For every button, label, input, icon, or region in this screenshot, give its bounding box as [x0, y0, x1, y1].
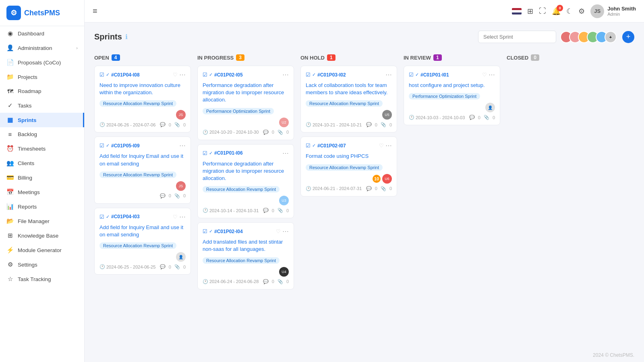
column-closed: CLOSED 0 — [507, 51, 603, 294]
language-flag[interactable] — [512, 8, 522, 14]
add-sprint-button[interactable]: + — [622, 31, 634, 43]
nav-label-reports: Reports — [18, 204, 37, 210]
card-more-button[interactable]: ⋯ — [489, 71, 495, 79]
favorite-icon[interactable]: ♡ — [276, 228, 281, 234]
sidebar-item-backlog[interactable]: ≡ Backlog — [0, 127, 84, 141]
favorite-icon[interactable]: ♡ — [173, 214, 178, 220]
card-tag[interactable]: Performance Optimization Sprint — [409, 93, 480, 99]
sprint-select[interactable] — [478, 31, 556, 43]
card-more-button[interactable]: ⋯ — [282, 71, 289, 79]
attachment-count: 0 — [286, 279, 289, 284]
card-C01P04-I08[interactable]: ☑ ✓ #C01P04-I08 ♡ ⋯ Need to improve inno… — [94, 66, 191, 132]
col-badge-open: 4 — [112, 54, 120, 61]
notification-badge: 0 — [557, 5, 563, 11]
nav-label-backlog: Backlog — [18, 131, 37, 137]
user-menu[interactable]: JS John Smith Admin — [590, 4, 636, 18]
sidebar-item-projects[interactable]: 📁 Projects — [0, 70, 84, 84]
hamburger-button[interactable]: ≡ — [93, 6, 97, 16]
column-onhold: ON HOLD 1 ☑ ✓ #C01P03-I02 ⋯ Lack of coll… — [300, 51, 397, 294]
nav-icon-administration: 👤 — [6, 44, 14, 52]
comment-icon: 💬 — [263, 208, 269, 213]
sidebar-item-dashboard[interactable]: ◉ Dashboard — [0, 26, 84, 41]
card-tag[interactable]: Resource Allocation Revamp Sprint — [203, 257, 280, 264]
card-C01P02-I07[interactable]: ☑ ✓ #C01P02-I07 ♡ ⋯ Format code using PH… — [300, 137, 397, 196]
sidebar-item-administration[interactable]: 👤 Administration › — [0, 41, 84, 55]
card-date: 🕐2024-10-20 - 2024-10-30 — [203, 130, 259, 135]
logo[interactable]: ⚙ ChetsPMS — [0, 0, 84, 26]
attachment-count: 0 — [286, 208, 289, 213]
sidebar-item-billing[interactable]: 💳 Billing — [0, 170, 84, 185]
sidebar-item-timesheets[interactable]: ⏰ Timesheets — [0, 141, 84, 156]
card-checkbox[interactable]: ☑ — [99, 143, 104, 149]
comment-icon: 💬 — [160, 122, 166, 127]
card-id: #C01P01-I06 — [214, 150, 281, 156]
comment-icon: 💬 — [160, 193, 166, 199]
card-tag[interactable]: Performance Optimization Sprint — [203, 108, 274, 114]
sidebar-item-tasks[interactable]: ✓ Tasks — [0, 98, 84, 113]
card-C01P02-I05[interactable]: ☑ ✓ #C01P02-I05 ⋯ Performance degradatio… — [197, 66, 294, 140]
card-more-button[interactable]: ⋯ — [179, 71, 186, 79]
sidebar-item-modulegenerator[interactable]: ⚡ Module Generator — [0, 243, 84, 257]
sidebar-item-roadmap[interactable]: 🗺 Roadmap — [0, 84, 84, 98]
card-more-button[interactable]: ⋯ — [282, 149, 289, 157]
attachment-count: 0 — [389, 186, 392, 191]
attachment-count: 0 — [183, 122, 186, 127]
favorite-icon[interactable]: ♡ — [173, 72, 178, 78]
card-C01P02-I04[interactable]: ☑ ✓ #C01P02-I04 ♡ ⋯ Add translated files… — [197, 222, 294, 289]
settings-icon[interactable]: ⚙ — [578, 7, 585, 16]
sidebar-item-clients[interactable]: 👥 Clients — [0, 156, 84, 170]
sidebar-item-meetings[interactable]: 📅 Meetings — [0, 185, 84, 199]
nav-arrow-administration: › — [76, 46, 78, 50]
card-C01P03-I02[interactable]: ☑ ✓ #C01P03-I02 ⋯ Lack of collaboration … — [300, 66, 397, 132]
card-more-button[interactable]: ⋯ — [385, 142, 392, 149]
favorite-icon[interactable]: ♡ — [379, 143, 384, 149]
nav-icon-billing: 💳 — [6, 174, 14, 181]
fullscreen-icon[interactable]: ⛶ — [539, 7, 546, 15]
sidebar-item-tasktracking[interactable]: ☆ Task Tracking — [0, 272, 84, 286]
card-footer: 🕐2024-10-14 - 2024-10-31 💬 0 📎 0 — [203, 208, 289, 213]
info-icon[interactable]: ℹ — [125, 33, 128, 41]
card-tag[interactable]: Resource Allocation Revamp Sprint — [99, 242, 176, 249]
card-C01P01-I06[interactable]: ☑ ✓ #C01P01-I06 ⋯ Performance degradatio… — [197, 144, 294, 219]
card-checkbox[interactable]: ☑ — [203, 228, 207, 234]
favorite-icon[interactable]: ♡ — [482, 72, 487, 78]
sidebar-item-knowledgebase[interactable]: ⊞ Knowledge Base — [0, 228, 84, 243]
card-tag[interactable]: Resource Allocation Revamp Sprint — [306, 100, 383, 107]
card-footer: 🕐2024-10-03 - 2024-10-03 💬 0 📎 0 — [409, 115, 495, 120]
card-footer: 💬 0 📎 0 — [99, 193, 186, 199]
card-C01P01-I01[interactable]: ☑ ✓ #C01P01-I01 ♡ ⋯ host configure and p… — [404, 66, 500, 125]
sidebar-item-filemanager[interactable]: 📂 File Manager — [0, 214, 84, 228]
card-tag[interactable]: Resource Allocation Revamp Sprint — [203, 186, 280, 192]
notification-icon[interactable]: 🔔 0 — [552, 7, 561, 16]
nav-icon-settings: ⚙ — [6, 261, 14, 268]
card-tag[interactable]: Resource Allocation Revamp Sprint — [306, 164, 383, 171]
footer: 2024 © ChetsPMS. — [85, 348, 644, 362]
card-more-button[interactable]: ⋯ — [179, 213, 186, 221]
card-tag-row: Resource Allocation Revamp Sprint — [99, 99, 186, 110]
card-checkbox[interactable]: ☑ — [409, 72, 414, 78]
avatar-group: + — [560, 31, 617, 43]
card-checkbox[interactable]: ☑ — [99, 214, 104, 220]
card-checkbox[interactable]: ☑ — [306, 143, 311, 149]
sidebar-item-sprints[interactable]: ▦ Sprints — [0, 113, 84, 127]
card-C01P04-I03[interactable]: ☑ ✓ #C01P04-I03 ♡ ⋯ Add field for Inquir… — [94, 208, 191, 275]
card-stats: 💬 0 📎 0 — [263, 279, 289, 284]
sidebar-item-proposals[interactable]: 📄 Proposals (CoCo) — [0, 55, 84, 70]
card-more-button[interactable]: ⋯ — [282, 228, 289, 235]
card-tag[interactable]: Resource Allocation Revamp Sprint — [99, 172, 176, 178]
card-checkbox[interactable]: ☑ — [203, 72, 207, 78]
theme-icon[interactable]: ☾ — [566, 7, 573, 16]
user-role: Admin — [607, 12, 636, 17]
card-C01P05-I09[interactable]: ☑ ✓ #C01P05-I09 ⋯ Add field for Inquiry … — [94, 137, 191, 203]
apps-icon[interactable]: ⊞ — [527, 7, 533, 16]
card-checkbox[interactable]: ☑ — [203, 150, 207, 156]
sidebar-item-reports[interactable]: 📊 Reports — [0, 199, 84, 214]
card-checkbox[interactable]: ☑ — [306, 72, 311, 78]
member-avatar-6[interactable]: + — [605, 31, 617, 43]
sidebar-item-settings[interactable]: ⚙ Settings — [0, 257, 84, 272]
card-more-button[interactable]: ⋯ — [385, 71, 392, 79]
card-checkbox[interactable]: ☑ — [99, 72, 104, 78]
card-id: #C01P04-I03 — [111, 214, 171, 219]
card-tag[interactable]: Resource Allocation Revamp Sprint — [99, 100, 176, 107]
card-more-button[interactable]: ⋯ — [179, 142, 186, 149]
